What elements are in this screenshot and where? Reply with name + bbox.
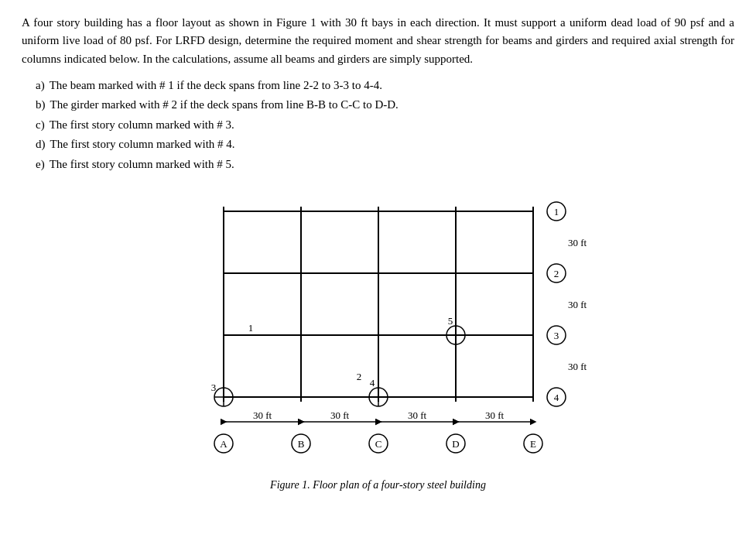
figure-caption: Figure 1. Floor plan of a four-story ste…	[270, 479, 486, 491]
label-e: e)	[36, 155, 45, 175]
text-c: The first story column marked with # 3.	[50, 115, 234, 135]
list-item-e: e) The first story column marked with # …	[36, 155, 734, 175]
label-c: c)	[36, 115, 45, 135]
svg-text:4: 4	[369, 377, 375, 389]
text-a: The beam marked with # 1 if the deck spa…	[50, 76, 382, 96]
svg-text:30 ft: 30 ft	[568, 299, 587, 310]
svg-text:5: 5	[447, 315, 453, 327]
label-b: b)	[36, 95, 46, 115]
svg-text:E: E	[530, 438, 536, 450]
svg-text:3: 3	[210, 382, 216, 393]
svg-text:D: D	[452, 438, 459, 450]
svg-text:30 ft: 30 ft	[252, 409, 272, 421]
svg-text:30 ft: 30 ft	[568, 361, 587, 372]
label-d: d)	[36, 135, 46, 155]
svg-text:A: A	[220, 438, 227, 450]
intro-text: A four story building has a floor layout…	[22, 16, 734, 65]
text-b: The girder marked with # 2 if the deck s…	[50, 95, 399, 115]
svg-text:30 ft: 30 ft	[407, 409, 426, 421]
svg-text:B: B	[297, 438, 304, 450]
svg-text:30 ft: 30 ft	[330, 409, 349, 421]
text-e: The first story column marked with # 5.	[50, 155, 234, 175]
label-a: a)	[36, 76, 45, 96]
svg-text:1: 1	[248, 322, 253, 334]
svg-text:2: 2	[356, 371, 361, 382]
figure-container: 1 2 3 4 30 ft 30 ft 30 ft 3 4 5 1	[22, 188, 734, 491]
floor-plan-svg: 1 2 3 4 30 ft 30 ft 30 ft 3 4 5 1	[162, 188, 595, 474]
svg-text:1: 1	[553, 206, 559, 217]
svg-text:30 ft: 30 ft	[568, 237, 587, 248]
svg-text:30 ft: 30 ft	[484, 409, 504, 421]
svg-text:C: C	[375, 438, 381, 450]
list-item-c: c) The first story column marked with # …	[36, 115, 734, 135]
problem-intro: A four story building has a floor layout…	[22, 14, 734, 68]
svg-text:2: 2	[553, 268, 559, 279]
text-d: The first story column marked with # 4.	[50, 135, 235, 155]
problem-list: a) The beam marked with # 1 if the deck …	[36, 76, 734, 175]
list-item-a: a) The beam marked with # 1 if the deck …	[36, 76, 734, 96]
svg-text:4: 4	[553, 392, 559, 403]
svg-text:3: 3	[553, 330, 559, 341]
list-item-d: d) The first story column marked with # …	[36, 135, 734, 155]
list-item-b: b) The girder marked with # 2 if the dec…	[36, 95, 734, 115]
